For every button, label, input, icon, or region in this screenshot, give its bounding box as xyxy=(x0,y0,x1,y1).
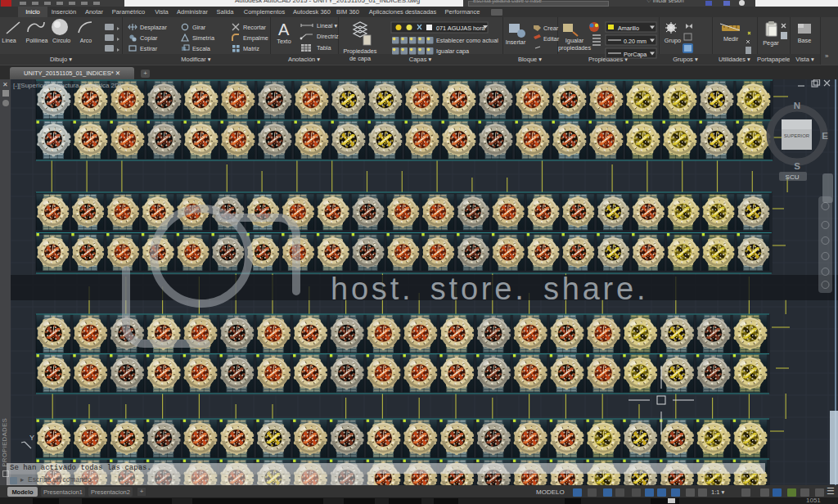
svg-text:Establecer como actual: Establecer como actual xyxy=(436,37,498,44)
svg-text:A: A xyxy=(278,20,290,38)
svg-text:Igualar capa: Igualar capa xyxy=(436,47,470,55)
svg-text:Medir: Medir xyxy=(723,35,739,43)
svg-text:Editar: Editar xyxy=(543,35,560,43)
svg-text:Insertar: Insertar xyxy=(506,38,526,46)
svg-text:Directriz: Directriz xyxy=(317,33,339,40)
svg-text:N: N xyxy=(794,101,800,110)
svg-text:SCU: SCU xyxy=(786,173,800,181)
svg-text:Lineal ▾: Lineal ▾ xyxy=(317,22,338,29)
svg-text:Estirar: Estirar xyxy=(140,45,158,52)
svg-text:Pegar: Pegar xyxy=(763,39,779,47)
svg-text:Tabla: Tabla xyxy=(317,44,331,52)
svg-text:Crear: Crear xyxy=(543,25,559,32)
svg-text:Desplazar: Desplazar xyxy=(140,24,167,31)
svg-text:[-][Superior][Estructura alámb: [-][Superior][Estructura alámbrica 2D] xyxy=(13,82,121,89)
svg-text:Círculo: Círculo xyxy=(52,38,70,43)
svg-text:PorCapa: PorCapa xyxy=(624,51,647,58)
svg-text:0.20 mm: 0.20 mm xyxy=(624,38,647,45)
svg-text:Arco: Arco xyxy=(80,38,92,43)
svg-text:Amarillo: Amarillo xyxy=(618,25,639,32)
svg-text:Igualar: Igualar xyxy=(565,37,584,44)
svg-text:Matriz: Matriz xyxy=(243,45,259,52)
svg-text:»: » xyxy=(825,52,829,60)
svg-text:071 AGUJAS hora: 071 AGUJAS hora xyxy=(436,25,486,32)
svg-text:Copiar: Copiar xyxy=(140,34,158,42)
svg-text:Girar: Girar xyxy=(192,24,206,31)
svg-text:S: S xyxy=(794,161,800,171)
svg-text:Grupo: Grupo xyxy=(665,37,681,44)
svg-text:Línea: Línea xyxy=(2,38,16,43)
svg-text:Texto: Texto xyxy=(277,38,291,45)
svg-text:Propiedades: Propiedades xyxy=(344,47,377,55)
svg-text:de capa: de capa xyxy=(349,55,372,62)
svg-text:Empalme: Empalme xyxy=(243,34,268,42)
svg-text:Simetría: Simetría xyxy=(192,34,215,42)
svg-text:Polilínea: Polilínea xyxy=(26,38,48,43)
svg-text:E: E xyxy=(822,131,828,141)
svg-text:Escala: Escala xyxy=(192,45,211,52)
svg-text:host. store. share.: host. store. share. xyxy=(331,272,648,306)
svg-text:SUPERIOR: SUPERIOR xyxy=(784,133,810,138)
svg-text:Base: Base xyxy=(798,37,812,44)
svg-text:Recortar: Recortar xyxy=(243,24,267,31)
svg-text:Y: Y xyxy=(29,434,34,442)
svg-text:propiedades: propiedades xyxy=(558,44,592,52)
